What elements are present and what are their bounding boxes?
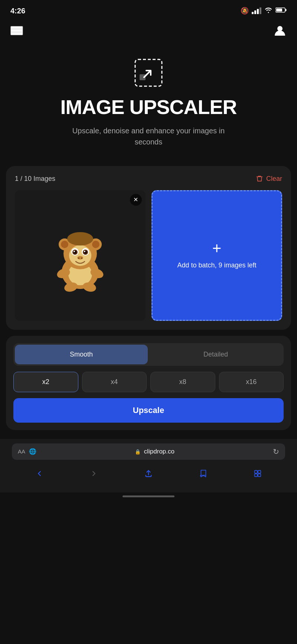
status-icons: 🔕: [241, 7, 287, 15]
svg-point-3: [277, 26, 283, 31]
clear-button[interactable]: Clear: [256, 175, 282, 183]
detailed-mode-button[interactable]: Detailed: [149, 345, 282, 364]
svg-point-27: [61, 241, 68, 248]
main-card: 1 / 10 Images Clear: [6, 166, 291, 330]
images-row: ✕ + Add to batch, 9 images left: [15, 190, 282, 321]
svg-rect-32: [258, 471, 261, 473]
tabs-button[interactable]: [248, 467, 267, 482]
scale-x2-button[interactable]: x2: [13, 372, 78, 392]
status-time: 4:26: [10, 7, 25, 15]
user-profile-button[interactable]: [273, 24, 287, 37]
svg-rect-2: [276, 9, 282, 12]
sloth-image: [15, 190, 146, 321]
wifi-icon: [264, 7, 272, 14]
svg-point-10: [69, 245, 91, 266]
svg-rect-5: [140, 74, 146, 80]
remove-image-button[interactable]: ✕: [130, 194, 142, 206]
page-title: IMAGE UPSCALER: [15, 97, 282, 118]
scale-x8-button[interactable]: x8: [150, 372, 215, 392]
mode-toggle: Smooth Detailed: [13, 343, 284, 366]
svg-rect-31: [255, 471, 257, 473]
svg-rect-1: [285, 9, 287, 11]
refresh-icon[interactable]: ↻: [273, 447, 279, 456]
options-section: Smooth Detailed x2 x4 x8 x16 Upscale: [6, 336, 291, 430]
home-indicator: [123, 495, 174, 497]
svg-rect-33: [255, 474, 257, 477]
svg-point-18: [84, 251, 85, 252]
image-counter: 1 / 10 Images: [15, 175, 55, 183]
nav-bar: [0, 19, 297, 43]
image-thumbnail: ✕: [15, 190, 146, 321]
hamburger-menu-button[interactable]: [10, 26, 23, 35]
bookmarks-button[interactable]: [194, 467, 212, 482]
browser-navigation: [6, 464, 291, 488]
smooth-mode-button[interactable]: Smooth: [15, 345, 148, 364]
svg-point-21: [81, 257, 82, 259]
add-batch-label: Add to batch, 9 images left: [177, 261, 256, 270]
svg-point-14: [74, 251, 75, 252]
translate-icon: 🌐: [29, 448, 36, 455]
url-display: 🔒 clipdrop.co: [40, 448, 269, 455]
forward-button[interactable]: [85, 467, 103, 482]
hero-icon: [134, 58, 163, 88]
battery-icon: [275, 7, 287, 14]
bell-muted-icon: 🔕: [241, 7, 249, 15]
status-bar: 4:26 🔕: [0, 0, 297, 19]
hero-section: IMAGE UPSCALER Upscale, denoise and enha…: [0, 43, 297, 166]
browser-bar: AA 🌐 🔒 clipdrop.co ↻: [0, 439, 297, 492]
svg-point-30: [67, 232, 93, 245]
address-bar[interactable]: AA 🌐 🔒 clipdrop.co ↻: [12, 443, 285, 460]
scale-options: x2 x4 x8 x16: [13, 372, 284, 392]
back-button[interactable]: [30, 467, 49, 482]
svg-point-29: [92, 241, 99, 248]
clear-label: Clear: [266, 175, 282, 183]
close-icon: ✕: [133, 196, 138, 203]
scale-x4-button[interactable]: x4: [82, 372, 147, 392]
signal-icon: [252, 7, 261, 14]
share-button[interactable]: [139, 467, 158, 482]
hero-subtitle: Upscale, denoise and enhance your images…: [59, 125, 238, 147]
svg-rect-34: [258, 474, 261, 477]
image-counter-row: 1 / 10 Images Clear: [15, 175, 282, 183]
add-batch-button[interactable]: + Add to batch, 9 images left: [151, 190, 282, 321]
upscale-button[interactable]: Upscale: [13, 398, 284, 423]
add-plus-icon: +: [212, 241, 222, 256]
aa-label[interactable]: AA: [18, 448, 25, 455]
domain-text: clipdrop.co: [144, 448, 174, 455]
lock-icon: 🔒: [135, 449, 141, 455]
svg-point-20: [78, 257, 79, 259]
scale-x16-button[interactable]: x16: [219, 372, 284, 392]
